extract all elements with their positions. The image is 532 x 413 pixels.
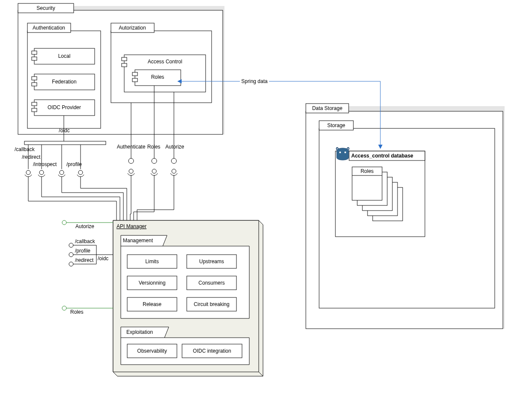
svg-point-71	[69, 253, 73, 257]
svg-rect-27	[132, 78, 137, 82]
svg-text:Federation: Federation	[52, 79, 76, 85]
svg-rect-8	[32, 57, 37, 60]
socket-icon	[128, 169, 134, 175]
svg-rect-23	[122, 63, 127, 67]
op-authenticate: Authenticate	[117, 144, 146, 150]
box-oidc-integration: OIDC integration	[193, 348, 231, 354]
endpoint-profile: /profile	[66, 161, 82, 167]
api-iface-profile: /profile	[75, 248, 90, 254]
socket-icon	[77, 170, 84, 177]
spring-data-label: Spring data	[241, 78, 268, 84]
endpoint-redirect: /redirect	[22, 154, 41, 160]
svg-text:Management: Management	[123, 238, 153, 244]
svg-rect-22	[122, 57, 127, 61]
svg-point-33	[152, 158, 157, 163]
api-manager-node: API Manager Management Limits Upstreams …	[113, 220, 263, 376]
api-manager-title: API Manager	[117, 223, 146, 229]
svg-text:Local: Local	[58, 53, 71, 59]
svg-point-69	[69, 243, 73, 247]
box-circuit: Circuit breaking	[194, 301, 229, 307]
svg-point-35	[171, 158, 176, 163]
component-local: Local	[32, 48, 95, 64]
socket-icon	[151, 169, 158, 175]
svg-point-73	[69, 262, 73, 266]
svg-text:Access Control: Access Control	[148, 59, 182, 65]
security-title: Security	[36, 5, 55, 11]
socket-icon	[38, 170, 45, 177]
svg-point-31	[129, 158, 134, 163]
svg-rect-7	[32, 51, 37, 54]
svg-point-46	[129, 169, 133, 173]
api-iface-redirect: /redirect	[75, 257, 94, 263]
component-federation: Federation	[32, 74, 95, 90]
svg-point-75	[62, 306, 66, 310]
box-upstreams: Upstreams	[199, 258, 224, 264]
db-frame: Access_control database Roles	[335, 148, 425, 237]
svg-text:Exploitation: Exploitation	[126, 329, 153, 335]
api-iface-callback: /callback	[75, 238, 96, 244]
box-observability: Observability	[137, 348, 167, 354]
authentication-title: Authentication	[33, 25, 65, 31]
endpoint-introspect: /introspect	[33, 161, 57, 167]
svg-point-84	[339, 152, 341, 153]
storage-title: Storage	[327, 122, 345, 128]
svg-point-47	[152, 169, 156, 173]
table-roles: Roles	[361, 168, 374, 174]
svg-point-48	[172, 169, 176, 173]
svg-point-42	[26, 170, 30, 175]
endpoint-oidc: /oidc	[59, 128, 69, 134]
svg-point-85	[344, 152, 346, 153]
box-versioning: Versionning	[139, 280, 166, 286]
api-iface-oidc: /oidc	[98, 256, 108, 261]
svg-rect-16	[32, 108, 37, 112]
svg-rect-11	[32, 77, 37, 80]
svg-rect-15	[32, 102, 37, 106]
svg-text:Roles: Roles	[151, 74, 164, 80]
architecture-diagram: Security Authentication Local Federation…	[0, 0, 532, 413]
authorization-title: Autorization	[119, 25, 146, 31]
socket-icon	[58, 170, 65, 177]
api-iface-roles: Roles	[70, 309, 84, 315]
box-consumers: Consumers	[198, 280, 224, 286]
svg-point-44	[60, 170, 64, 175]
socket-icon	[170, 169, 177, 175]
svg-rect-12	[32, 83, 37, 86]
svg-rect-37	[24, 141, 106, 145]
op-authorize: Autorize	[165, 144, 184, 150]
component-oidc-provider: OIDC Provider	[32, 100, 95, 116]
svg-point-43	[39, 170, 44, 175]
op-roles: Roles	[147, 144, 161, 150]
management-folder: Management Limits Upstreams Versionning …	[121, 235, 249, 318]
box-release: Release	[143, 301, 161, 307]
svg-rect-26	[132, 72, 137, 76]
api-iface-authorize: Autorize	[75, 223, 94, 229]
svg-point-45	[78, 170, 83, 175]
component-roles: Roles	[132, 70, 181, 86]
postgres-icon	[336, 148, 349, 160]
box-limits: Limits	[145, 258, 158, 264]
data-storage-title: Data Storage	[312, 105, 343, 111]
endpoint-callback: /callback	[15, 146, 35, 152]
svg-point-67	[62, 220, 66, 225]
svg-text:OIDC Provider: OIDC Provider	[48, 104, 81, 110]
db-title: Access_control database	[351, 153, 413, 159]
socket-icon	[25, 170, 32, 177]
